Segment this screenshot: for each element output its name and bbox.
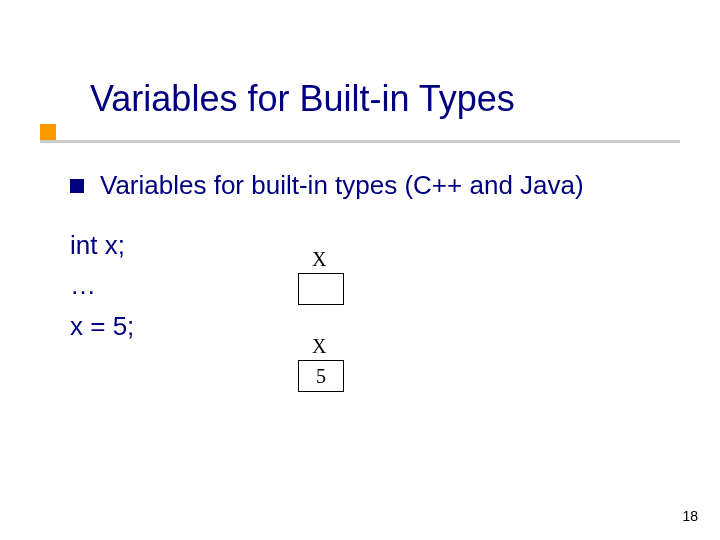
- bullet-icon: [70, 179, 84, 193]
- slide: Variables for Built-in Types Variables f…: [0, 0, 720, 540]
- page-number: 18: [682, 508, 698, 524]
- diagram-group-1: X: [298, 248, 344, 305]
- code-block: int x; … x = 5;: [70, 225, 680, 346]
- body-area: Variables for built-in types (C++ and Ja…: [70, 170, 680, 346]
- code-line-2: …: [70, 265, 680, 305]
- diagram-label-2: X: [312, 335, 344, 358]
- diagram-label-1: X: [312, 248, 344, 271]
- bullet-row-1: Variables for built-in types (C++ and Ja…: [70, 170, 680, 201]
- bullet-text-1: Variables for built-in types (C++ and Ja…: [100, 170, 584, 201]
- title-block: Variables for Built-in Types: [90, 78, 680, 138]
- title-underline: [40, 140, 680, 143]
- slide-title: Variables for Built-in Types: [90, 78, 515, 119]
- title-accent-box: [40, 124, 56, 140]
- code-line-3: x = 5;: [70, 306, 680, 346]
- diagram-group-2: X 5: [298, 335, 344, 392]
- diagram-box-2: 5: [298, 360, 344, 392]
- diagram-box-1: [298, 273, 344, 305]
- diagram-area: X X 5: [298, 248, 344, 392]
- code-line-1: int x;: [70, 225, 680, 265]
